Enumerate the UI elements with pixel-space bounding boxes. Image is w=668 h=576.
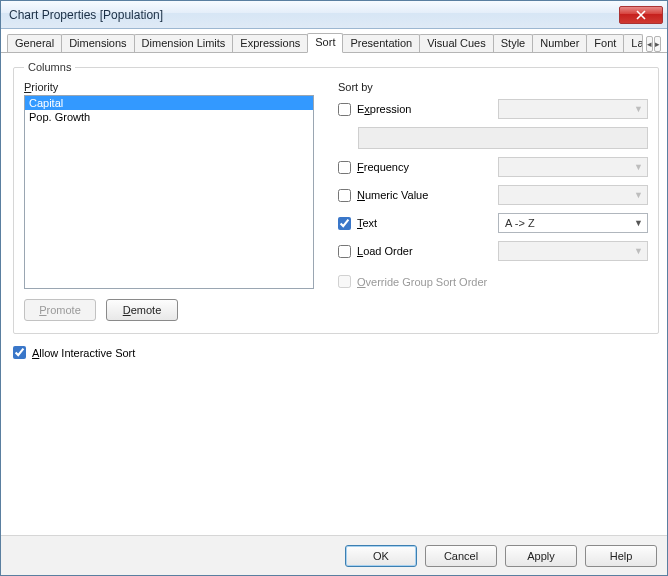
sort-page: Columns Priority Capital Pop. Growth Pro… (1, 53, 667, 535)
expression-edit[interactable] (358, 127, 648, 149)
text-checkbox[interactable] (338, 217, 351, 230)
chevron-down-icon: ▼ (634, 162, 643, 172)
expression-checkbox[interactable] (338, 103, 351, 116)
ok-button[interactable]: OK (345, 545, 417, 567)
loadorder-label: Load Order (357, 245, 413, 257)
tab-layout[interactable]: Layo (623, 34, 643, 52)
expression-combo[interactable]: ▼ (498, 99, 648, 119)
tab-sort[interactable]: Sort (307, 33, 343, 53)
text-label: Text (357, 217, 377, 229)
override-check: Override Group Sort Order (338, 275, 648, 288)
loadorder-checkbox[interactable] (338, 245, 351, 258)
columns-legend: Columns (24, 61, 75, 73)
apply-button[interactable]: Apply (505, 545, 577, 567)
chevron-down-icon: ▼ (634, 104, 643, 114)
loadorder-check[interactable]: Load Order (338, 245, 488, 258)
expression-check[interactable]: Expression (338, 103, 488, 116)
frequency-checkbox[interactable] (338, 161, 351, 174)
close-icon (636, 10, 646, 20)
numeric-label: Numeric Value (357, 189, 428, 201)
frequency-combo[interactable]: ▼ (498, 157, 648, 177)
columns-group: Columns Priority Capital Pop. Growth Pro… (13, 61, 659, 334)
tab-general[interactable]: General (7, 34, 62, 52)
demote-button[interactable]: Demote (106, 299, 178, 321)
chevron-down-icon: ▼ (634, 246, 643, 256)
tab-expressions[interactable]: Expressions (232, 34, 308, 52)
frequency-label: Frequency (357, 161, 409, 173)
numeric-check[interactable]: Numeric Value (338, 189, 488, 202)
chevron-down-icon: ▼ (634, 190, 643, 200)
cancel-button[interactable]: Cancel (425, 545, 497, 567)
loadorder-combo[interactable]: ▼ (498, 241, 648, 261)
sortby-label: Sort by (338, 81, 648, 93)
tab-number[interactable]: Number (532, 34, 587, 52)
sortby-column: Sort by Expression ▼ (338, 81, 648, 321)
tab-presentation[interactable]: Presentation (342, 34, 420, 52)
text-combo-value: A -> Z (505, 217, 535, 229)
tab-dimension-limits[interactable]: Dimension Limits (134, 34, 234, 52)
allow-interactive-label: Allow Interactive Sort (32, 347, 135, 359)
numeric-checkbox[interactable] (338, 189, 351, 202)
priority-column: Priority Capital Pop. Growth Promote Dem… (24, 81, 314, 321)
priority-label: Priority (24, 81, 314, 93)
tab-visual-cues[interactable]: Visual Cues (419, 34, 494, 52)
titlebar[interactable]: Chart Properties [Population] (1, 1, 667, 29)
list-item[interactable]: Capital (25, 96, 313, 110)
client-area: General Dimensions Dimension Limits Expr… (1, 29, 667, 575)
expression-label: Expression (357, 103, 411, 115)
text-check[interactable]: Text (338, 217, 488, 230)
frequency-check[interactable]: Frequency (338, 161, 488, 174)
tab-font[interactable]: Font (586, 34, 624, 52)
override-checkbox (338, 275, 351, 288)
chevron-down-icon: ▼ (634, 218, 643, 228)
close-button[interactable] (619, 6, 663, 24)
list-item[interactable]: Pop. Growth (25, 110, 313, 124)
dialog-footer: OK Cancel Apply Help (1, 535, 667, 575)
override-label: Override Group Sort Order (357, 276, 487, 288)
allow-interactive-checkbox[interactable] (13, 346, 26, 359)
window-title: Chart Properties [Population] (9, 8, 619, 22)
tab-style[interactable]: Style (493, 34, 533, 52)
tab-scroll-left[interactable]: ◂ (646, 36, 653, 52)
priority-listbox[interactable]: Capital Pop. Growth (24, 95, 314, 289)
tab-scroll-right[interactable]: ▸ (654, 36, 661, 52)
dialog-window: Chart Properties [Population] General Di… (0, 0, 668, 576)
promote-button[interactable]: Promote (24, 299, 96, 321)
text-combo[interactable]: A -> Z ▼ (498, 213, 648, 233)
tabstrip: General Dimensions Dimension Limits Expr… (1, 29, 667, 53)
help-button[interactable]: Help (585, 545, 657, 567)
allow-interactive-check[interactable]: Allow Interactive Sort (13, 346, 655, 359)
numeric-combo[interactable]: ▼ (498, 185, 648, 205)
tab-dimensions[interactable]: Dimensions (61, 34, 134, 52)
